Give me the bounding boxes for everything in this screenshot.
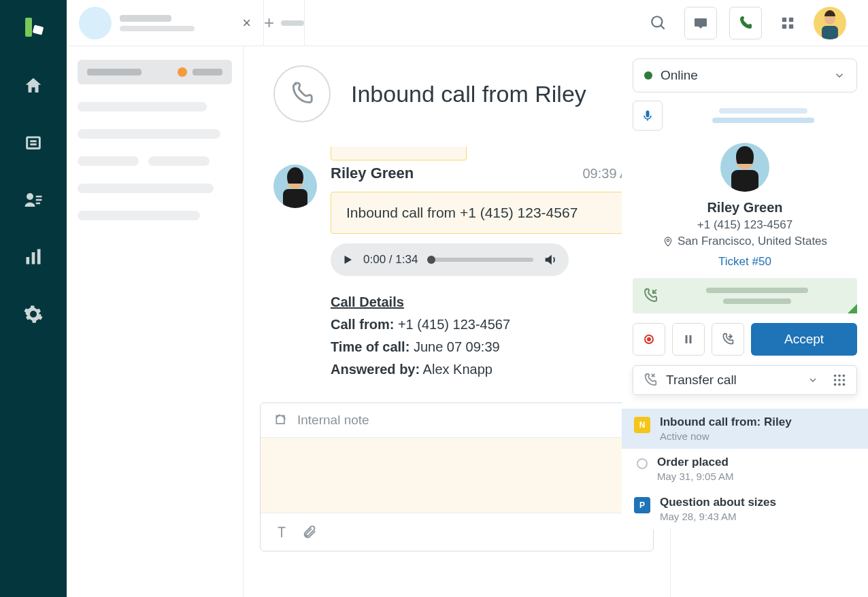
caller-avatar (273, 165, 317, 208)
message-author: Riley Green (331, 165, 414, 182)
channel-icon-ring (273, 65, 331, 122)
svg-point-32 (843, 375, 846, 377)
note-icon (274, 413, 288, 427)
timeline-title: Inbound call from: Riley (660, 415, 792, 429)
svg-rect-0 (25, 18, 32, 37)
hold-button[interactable] (672, 323, 705, 356)
apps-icon[interactable] (774, 10, 801, 37)
status-label: Online (661, 68, 698, 83)
svg-rect-2 (27, 137, 40, 148)
ticket-link[interactable]: Ticket #50 (622, 255, 868, 269)
accept-button[interactable]: Accept (751, 323, 857, 356)
timeline-item[interactable]: PQuestion about sizesMay 28, 9:43 AM (622, 489, 868, 529)
chat-channel-icon[interactable] (684, 7, 717, 39)
svg-point-34 (838, 379, 841, 381)
svg-point-31 (838, 375, 841, 377)
svg-rect-28 (686, 335, 688, 343)
list-item[interactable] (78, 102, 207, 112)
svg-point-38 (843, 383, 846, 386)
agent-status-dropdown[interactable]: Online (633, 58, 857, 92)
composer-tab-label: Internal note (297, 413, 369, 428)
transfer-label: Transfer call (666, 373, 737, 388)
svg-rect-17 (782, 24, 786, 28)
caller-location: San Francisco, United States (622, 235, 868, 248)
timeline-subtitle: May 28, 9:43 AM (660, 511, 776, 522)
call-notes-box[interactable] (633, 278, 857, 313)
new-tab-button[interactable]: + (264, 0, 305, 46)
svg-point-36 (834, 383, 837, 386)
customers-icon[interactable] (21, 188, 46, 212)
caller-panel-avatar (720, 143, 769, 192)
composer: Internal note (260, 403, 654, 551)
talk-channel-icon[interactable] (729, 7, 762, 39)
caller-name: Riley Green (622, 200, 868, 216)
timeline-badge: N (634, 417, 650, 433)
attachment-icon[interactable] (303, 525, 318, 540)
timeline-dot (637, 458, 648, 469)
settings-icon[interactable] (21, 302, 46, 326)
ticket-list-sidebar (67, 46, 244, 597)
list-item[interactable] (78, 211, 200, 220)
svg-point-27 (667, 239, 669, 241)
svg-rect-16 (789, 17, 793, 21)
tab-avatar (79, 7, 112, 39)
transfer-icon (643, 373, 658, 388)
dialpad-icon[interactable] (832, 373, 847, 388)
svg-rect-6 (36, 196, 42, 198)
svg-rect-18 (789, 24, 793, 28)
reports-icon[interactable] (21, 245, 46, 269)
svg-rect-22 (283, 189, 307, 208)
svg-rect-11 (37, 249, 41, 264)
timeline-title: Question about sizes (660, 496, 776, 509)
composer-mode-tab[interactable]: Internal note (261, 403, 653, 438)
text-format-icon[interactable] (274, 525, 289, 540)
workspace-tab[interactable]: × (67, 0, 264, 46)
svg-rect-8 (36, 203, 40, 205)
transfer-call-dropdown[interactable]: Transfer call (633, 365, 857, 395)
search-icon[interactable] (645, 10, 672, 37)
play-icon[interactable] (341, 254, 354, 266)
timeline-item[interactable]: Order placedMay 31, 9:05 AM (622, 449, 868, 489)
svg-rect-15 (782, 17, 786, 21)
svg-rect-20 (822, 26, 838, 39)
tab-bar: × + (67, 0, 868, 46)
list-item[interactable] (78, 184, 214, 193)
svg-rect-26 (731, 170, 758, 192)
chevron-down-icon (807, 375, 818, 386)
timeline-item[interactable]: NInbound call from: RileyActive now (622, 409, 868, 449)
caller-phone: +1 (415) 123-4567 (622, 218, 868, 232)
incoming-call-icon (642, 288, 658, 304)
svg-rect-9 (27, 257, 30, 265)
svg-rect-1 (33, 24, 44, 35)
agent-avatar[interactable] (814, 7, 846, 39)
svg-rect-29 (690, 335, 692, 343)
list-filter-pill[interactable] (78, 60, 232, 84)
status-dot (644, 71, 652, 80)
call-details: Call Details Call from: +1 (415) 123-456… (331, 291, 640, 381)
list-item[interactable] (78, 156, 139, 166)
forward-button[interactable] (712, 323, 744, 356)
home-icon[interactable] (21, 73, 46, 98)
chevron-down-icon (833, 69, 846, 82)
svg-rect-14 (695, 18, 707, 27)
audio-player[interactable]: 0:00 / 1:34 (331, 243, 569, 276)
svg-point-37 (838, 383, 841, 386)
list-item[interactable] (78, 129, 220, 139)
volume-icon[interactable] (543, 252, 558, 267)
svg-point-30 (834, 375, 837, 377)
composer-textarea[interactable] (261, 438, 653, 513)
svg-point-33 (834, 379, 837, 381)
svg-point-5 (27, 193, 33, 200)
close-tab-icon[interactable]: × (242, 14, 251, 32)
timeline-title: Order placed (657, 456, 734, 469)
audio-track[interactable] (427, 258, 533, 262)
timeline-badge: P (634, 497, 650, 513)
call-details-heading: Call Details (331, 291, 640, 313)
list-item[interactable] (148, 156, 210, 166)
timeline-subtitle: May 31, 9:05 AM (657, 471, 734, 482)
mic-button[interactable] (633, 101, 663, 131)
interaction-timeline: NInbound call from: RileyActive nowOrder… (622, 402, 868, 529)
ticket-title: Inbound call from Riley (351, 81, 586, 107)
record-button[interactable] (633, 323, 665, 356)
views-icon[interactable] (21, 131, 46, 155)
